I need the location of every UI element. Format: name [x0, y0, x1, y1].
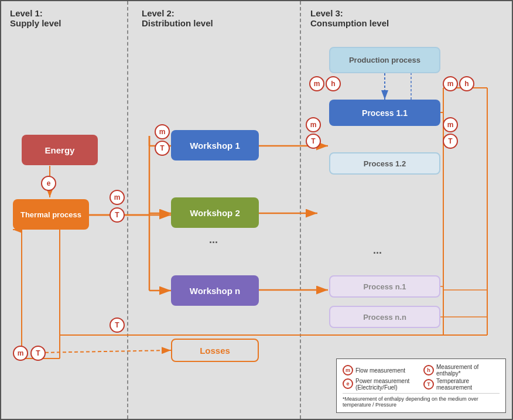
- level2-header: Level 2:Distribution level: [142, 8, 213, 28]
- circle-t-level2-bottom: T: [110, 317, 125, 333]
- circle-h-production-left: h: [326, 76, 341, 91]
- level1-header: Level 1:Supply level: [10, 8, 104, 28]
- workshop1-box: Workshop 1: [171, 130, 259, 161]
- dots-level3: ...: [373, 244, 382, 257]
- divider-1: [127, 1, 128, 419]
- losses-box: Losses: [171, 339, 259, 362]
- legend-flow: m Flow measurement: [343, 364, 419, 377]
- circle-t-process11-right: T: [443, 134, 458, 149]
- energy-box: Energy: [22, 135, 98, 165]
- processnn-box: Process n.n: [329, 306, 440, 328]
- legend-temperature: T Temperature measurement: [423, 378, 500, 391]
- legend: m Flow measurement h Measurement of enth…: [336, 358, 506, 413]
- circle-h-production-right: h: [459, 76, 474, 91]
- circle-m-production-right: m: [443, 76, 458, 91]
- divider-2: [300, 1, 301, 419]
- thermal-process-box: Thermal process: [13, 199, 89, 230]
- circle-t-level1: T: [110, 207, 125, 223]
- legend-m-circle: m: [343, 365, 353, 375]
- dots-level2: ...: [209, 234, 218, 246]
- circle-m-process11-left: m: [306, 117, 321, 132]
- diagram-container: Level 1:Supply level Level 2:Distributio…: [0, 0, 513, 420]
- svg-line-27: [39, 350, 171, 353]
- circle-m-workshop1-top: m: [155, 124, 170, 139]
- circle-m-level1: m: [110, 190, 125, 205]
- circle-t-process11-left: T: [306, 134, 321, 149]
- production-process-box: Production process: [329, 47, 440, 73]
- circle-t-bottom-left: T: [30, 346, 46, 361]
- process12-box: Process 1.2: [329, 152, 440, 175]
- circle-m-bottom-left: m: [13, 346, 28, 361]
- process11-box: Process 1.1: [329, 100, 440, 126]
- circle-m-production-left: m: [309, 76, 324, 91]
- processn1-box: Process n.1: [329, 275, 440, 298]
- circle-e-energy: e: [41, 176, 56, 191]
- workshopn-box: Workshop n: [171, 275, 259, 306]
- legend-note: *Measurement of enthalpy depending on th…: [343, 393, 500, 408]
- legend-h-circle: h: [423, 365, 434, 375]
- legend-e-circle: e: [343, 378, 353, 389]
- workshop2-box: Workshop 2: [171, 197, 259, 228]
- level3-header: Level 3:Consumption level: [310, 8, 389, 28]
- circle-m-process11-right: m: [443, 117, 458, 132]
- circle-t-workshop1-top: T: [155, 141, 170, 156]
- legend-enthalpy: h Measurement of enthalpy*: [423, 364, 500, 377]
- legend-power: e Power measurement (Electricity/Fuel): [343, 378, 419, 391]
- legend-t-circle: T: [423, 379, 434, 390]
